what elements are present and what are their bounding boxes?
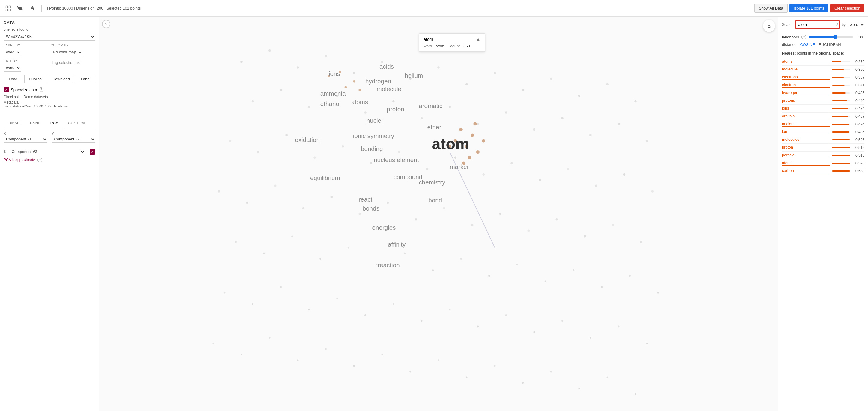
home-button[interactable]: ⌂ [763, 20, 775, 32]
svg-point-61 [528, 230, 530, 232]
nearest-word: protons [782, 98, 830, 103]
svg-text:compound: compound [394, 173, 422, 180]
svg-point-40 [398, 151, 400, 153]
show-all-data-button[interactable]: Show All Data [754, 4, 787, 12]
svg-point-57 [415, 218, 417, 221]
nearest-point-item[interactable]: proton 0.512 [782, 144, 864, 151]
topbar: A | Points: 10000 | Dimension: 200 | Sel… [0, 0, 868, 17]
neighbors-help-icon[interactable]: ? [801, 34, 806, 39]
night-mode-icon[interactable] [16, 4, 25, 13]
svg-point-113 [634, 393, 637, 395]
label-by-select[interactable]: word [4, 48, 21, 56]
euclidean-option[interactable]: EUCLIDEAN [818, 42, 841, 47]
nearest-word: hydrogen [782, 90, 830, 95]
slider-fill [809, 36, 835, 37]
select-box-icon[interactable] [4, 4, 13, 13]
publish-button[interactable]: Publish [24, 75, 46, 83]
search-label: Search [782, 23, 793, 27]
distance-label: distance [782, 42, 796, 47]
isolate-points-button[interactable]: Isolate 101 points [789, 4, 829, 12]
nearest-point-item[interactable]: carbon 0.538 [782, 167, 864, 175]
tab-custom[interactable]: CUSTOM [63, 118, 90, 128]
nearest-title: Nearest points in the original space: [782, 51, 864, 56]
svg-point-30 [561, 117, 564, 119]
svg-text:helium: helium [405, 72, 423, 79]
neighbors-row: neighbors ? 100 [782, 34, 864, 39]
svg-rect-0 [6, 6, 8, 7]
label-button[interactable]: Label [76, 75, 95, 83]
nearest-point-item[interactable]: nucleus 0.494 [782, 120, 864, 128]
svg-point-95 [590, 337, 591, 339]
svg-point-75 [488, 275, 490, 277]
label-icon[interactable]: A [28, 4, 37, 13]
svg-point-68 [291, 235, 293, 237]
canvas-help-icon[interactable]: ? [102, 20, 111, 28]
cosine-option[interactable]: COSINE [800, 42, 815, 47]
nearest-word: carbon [782, 168, 830, 173]
nearest-point-item[interactable]: atoms 0.279 [782, 58, 864, 66]
nearest-word: proton [782, 145, 830, 150]
tag-input[interactable] [51, 59, 95, 66]
x-select[interactable]: Component #1 [4, 136, 47, 143]
svg-point-105 [409, 371, 411, 373]
search-input[interactable] [796, 21, 839, 28]
svg-point-127 [345, 86, 347, 88]
nearest-point-item[interactable]: atomic 0.526 [782, 159, 864, 167]
svg-text:chemistry: chemistry [419, 179, 445, 186]
nearest-point-item[interactable]: molecules 0.506 [782, 136, 864, 144]
nearest-point-item[interactable]: electron 0.371 [782, 81, 864, 89]
nearest-point-item[interactable]: orbitals 0.487 [782, 113, 864, 120]
nearest-point-item[interactable]: protons 0.449 [782, 97, 864, 105]
svg-text:bonding: bonding [361, 145, 383, 152]
svg-point-91 [477, 326, 479, 328]
nearest-point-item[interactable]: molecule 0.356 [782, 66, 864, 74]
nearest-word: orbitals [782, 114, 830, 119]
svg-point-23 [364, 111, 367, 114]
pca-help-icon[interactable]: ? [37, 157, 42, 162]
tab-umap[interactable]: UMAP [4, 118, 25, 128]
svg-point-128 [359, 89, 361, 91]
by-select[interactable]: word [847, 21, 864, 28]
sphereize-checkbox[interactable] [4, 87, 9, 92]
load-button[interactable]: Load [4, 75, 23, 83]
neighbors-value: 100 [856, 35, 864, 39]
atom-overlay-chevron[interactable]: ▲ [476, 37, 480, 42]
sphereize-help-icon[interactable]: ? [39, 87, 43, 92]
neighbors-slider[interactable] [809, 36, 853, 37]
neighbors-label: neighbors [782, 35, 799, 39]
svg-text:ionic symmetry: ionic symmetry [353, 132, 395, 139]
nearest-point-item[interactable]: particle 0.515 [782, 151, 864, 159]
nearest-word: ions [782, 106, 830, 111]
svg-point-93 [533, 331, 535, 333]
color-by-select[interactable]: No color map [51, 48, 83, 56]
z-select[interactable]: Component #3 [9, 148, 85, 155]
action-buttons-row: Load Publish Download Label [4, 75, 95, 83]
download-button[interactable]: Download [48, 75, 74, 83]
color-by-col: Color by No color map [51, 43, 95, 56]
svg-point-49 [651, 190, 654, 193]
tab-tsne[interactable]: T-SNE [25, 118, 45, 128]
clear-selection-button[interactable]: Clear selection [830, 4, 864, 12]
edit-by-select[interactable]: word [4, 64, 21, 72]
svg-point-7 [325, 55, 327, 58]
svg-text:energies: energies [372, 224, 396, 231]
svg-point-53 [302, 207, 305, 209]
svg-point-46 [567, 168, 569, 170]
tab-pca[interactable]: PCA [45, 118, 63, 128]
nearest-bar [832, 116, 848, 117]
nearest-point-item[interactable]: ions 0.474 [782, 105, 864, 113]
nearest-point-item[interactable]: ion 0.495 [782, 128, 864, 136]
y-select[interactable]: Component #2 [52, 136, 95, 143]
nearest-bar [832, 77, 844, 78]
svg-point-104 [381, 354, 383, 355]
dataset-select[interactable]: Word2Vec 10K [4, 33, 95, 40]
z-checkbox[interactable] [90, 149, 95, 154]
svg-point-4 [240, 61, 243, 63]
nearest-point-item[interactable]: hydrogen 0.405 [782, 89, 864, 97]
canvas-area[interactable]: ? ⌂ [99, 17, 778, 411]
regex-button[interactable]: .* [836, 23, 838, 26]
nearest-point-item[interactable]: electrons 0.357 [782, 74, 864, 81]
scatter-plot[interactable]: ions acids hydrogen helium ammonia ethan… [99, 17, 778, 411]
svg-point-11 [437, 66, 440, 69]
svg-point-101 [297, 359, 299, 361]
